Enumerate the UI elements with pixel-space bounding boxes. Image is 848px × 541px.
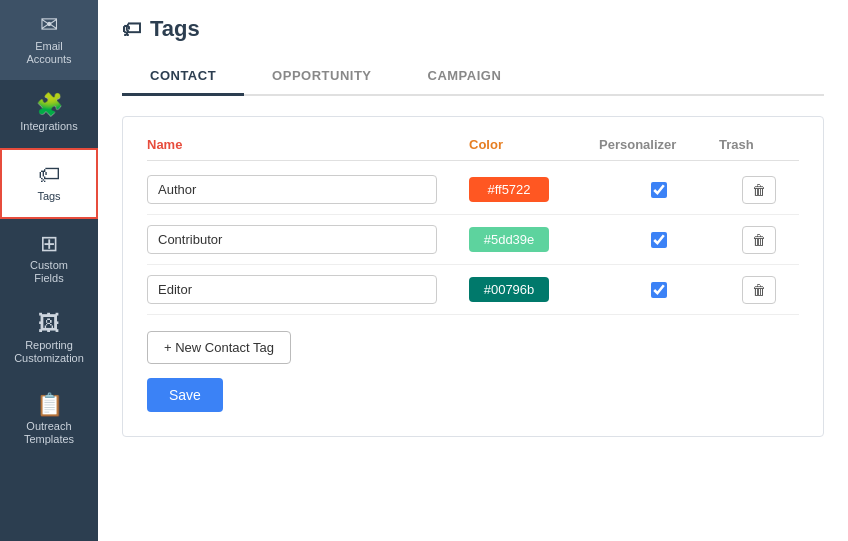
sidebar-item-outreach-templates[interactable]: 📋Outreach Templates: [0, 380, 98, 460]
tag-color-badge-1[interactable]: #5dd39e: [469, 227, 549, 252]
email-accounts-icon: ✉: [40, 14, 58, 36]
table-header: Name Color Personalizer Trash: [147, 137, 799, 161]
trash-button-2[interactable]: 🗑: [742, 276, 776, 304]
tag-page-icon: 🏷: [122, 18, 142, 41]
col-trash: Trash: [719, 137, 799, 152]
tag-name-input-1[interactable]: [147, 225, 437, 254]
sidebar-item-integrations[interactable]: 🧩Integrations: [0, 80, 98, 147]
new-contact-tag-button[interactable]: + New Contact Tag: [147, 331, 291, 364]
trash-button-1[interactable]: 🗑: [742, 226, 776, 254]
tabs-bar: CONTACTOPPORTUNITYCAMPAIGN: [122, 58, 824, 96]
save-btn-label: Save: [169, 387, 201, 403]
outreach-templates-icon: 📋: [36, 394, 63, 416]
table-row: #5dd39e🗑: [147, 215, 799, 265]
tag-color-badge-2[interactable]: #00796b: [469, 277, 549, 302]
col-personalizer: Personalizer: [599, 137, 719, 152]
col-name: Name: [147, 137, 469, 152]
table-row: #ff5722🗑: [147, 165, 799, 215]
sidebar-item-reporting-customization[interactable]: 🖼Reporting Customization: [0, 299, 98, 379]
main-content: 🏷 Tags CONTACTOPPORTUNITYCAMPAIGN Name C…: [98, 0, 848, 541]
reporting-customization-label: Reporting Customization: [14, 339, 84, 365]
tag-name-input-2[interactable]: [147, 275, 437, 304]
custom-fields-label: Custom Fields: [30, 259, 68, 285]
integrations-icon: 🧩: [36, 94, 63, 116]
email-accounts-label: Email Accounts: [26, 40, 71, 66]
header: 🏷 Tags CONTACTOPPORTUNITYCAMPAIGN: [98, 0, 848, 96]
custom-fields-icon: ⊞: [40, 233, 58, 255]
tags-card: Name Color Personalizer Trash #ff5722🗑#5…: [122, 116, 824, 437]
new-tag-btn-label: + New Contact Tag: [164, 340, 274, 355]
outreach-templates-label: Outreach Templates: [24, 420, 74, 446]
tags-label: Tags: [37, 190, 60, 203]
content-area: Name Color Personalizer Trash #ff5722🗑#5…: [98, 96, 848, 541]
tag-name-input-0[interactable]: [147, 175, 437, 204]
tab-opportunity[interactable]: OPPORTUNITY: [244, 58, 399, 96]
sidebar-item-custom-fields[interactable]: ⊞Custom Fields: [0, 219, 98, 299]
integrations-label: Integrations: [20, 120, 77, 133]
tags-icon: 🏷: [38, 164, 60, 186]
tag-color-badge-0[interactable]: #ff5722: [469, 177, 549, 202]
save-button[interactable]: Save: [147, 378, 223, 412]
tab-campaign[interactable]: CAMPAIGN: [400, 58, 530, 96]
personalizer-checkbox-2[interactable]: [651, 282, 667, 298]
tab-contact[interactable]: CONTACT: [122, 58, 244, 96]
personalizer-checkbox-1[interactable]: [651, 232, 667, 248]
page-title: 🏷 Tags: [122, 16, 824, 42]
table-row: #00796b🗑: [147, 265, 799, 315]
page-title-text: Tags: [150, 16, 200, 42]
sidebar: ✉Email Accounts🧩Integrations🏷Tags⊞Custom…: [0, 0, 98, 541]
personalizer-checkbox-0[interactable]: [651, 182, 667, 198]
tag-rows-container: #ff5722🗑#5dd39e🗑#00796b🗑: [147, 165, 799, 315]
trash-button-0[interactable]: 🗑: [742, 176, 776, 204]
col-color: Color: [469, 137, 599, 152]
reporting-customization-icon: 🖼: [38, 313, 60, 335]
sidebar-item-tags[interactable]: 🏷Tags: [0, 148, 98, 219]
sidebar-item-email-accounts[interactable]: ✉Email Accounts: [0, 0, 98, 80]
